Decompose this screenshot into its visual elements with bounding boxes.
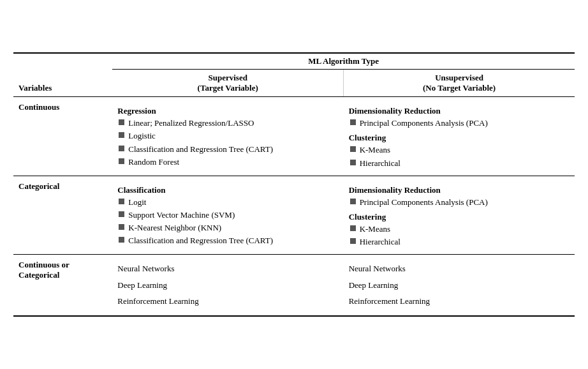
supervised-item-0-2: Classification and Regression Tree (CART… [117,144,338,155]
unsupervised-item-0-3: K-Means [349,144,570,156]
supervised-heading-1: Classification [117,185,338,195]
variables-header: Variables [13,70,112,97]
unsupervised-line2: (No Target Variable) [349,83,570,93]
bullet-icon [119,119,124,125]
bullet-icon [119,211,124,217]
main-table-container: ML Algorithm Type Variables Supervised (… [13,52,575,317]
unsupervised-plain-item-2-2: Reinforcement Learning [349,294,570,309]
unsupervised-heading-0-2: Clustering [349,133,570,143]
row-variable-1: Categorical [13,176,112,255]
unsupervised-header: Unsupervised (No Target Variable) [344,70,575,97]
supervised-heading-0: Regression [117,106,338,116]
unsupervised-item-1-4: Hierarchical [349,236,570,248]
supervised-item-0-3: Random Forest [117,156,338,168]
unsupervised-heading-0-0: Dimensionality Reduction [349,106,570,116]
unsupervised-cell-2: Neural NetworksDeep LearningReinforcemen… [344,255,575,315]
supervised-plain-item-2-2: Reinforcement Learning [117,294,338,309]
supervised-item-0-1: Logistic [117,130,338,142]
unsupervised-cell-1: Dimensionality ReductionPrincipal Compon… [344,176,575,255]
bullet-icon [350,225,356,231]
unsupervised-heading-1-2: Clustering [349,212,570,222]
unsupervised-item-0-4: Hierarchical [349,158,570,169]
unsupervised-plain-item-2-0: Neural Networks [349,261,570,276]
bullet-text: K-Means [360,144,390,156]
unsupervised-plain-item-2-1: Deep Learning [349,278,570,293]
bullet-icon [119,146,124,151]
bullet-icon [350,238,356,244]
supervised-plain-item-2-0: Neural Networks [117,261,338,276]
bullet-text: Principal Components Analysis (PCA) [360,117,488,129]
supervised-plain-item-2-1: Deep Learning [117,278,338,293]
ml-algorithm-type-header: ML Algorithm Type [112,54,575,70]
supervised-item-1-0: Logit [117,197,338,208]
supervised-header: Supervised (Target Variable) [112,70,343,97]
bullet-text: Logit [128,197,146,208]
supervised-item-1-3: Classification and Regression Tree (CART… [117,235,338,246]
bullet-text: Classification and Regression Tree (CART… [128,144,273,155]
supervised-line1: Supervised [117,73,338,83]
unsupervised-cell-0: Dimensionality ReductionPrincipal Compon… [344,97,575,176]
bullet-text: Linear; Penalized Regression/LASSO [128,117,254,129]
supervised-cell-1: ClassificationLogitSupport Vector Machin… [112,176,343,255]
bullet-text: Hierarchical [360,158,401,169]
bullet-icon [119,158,124,164]
bullet-text: K-Means [360,223,390,235]
bullet-icon [119,132,124,138]
unsupervised-heading-1-0: Dimensionality Reduction [349,185,570,195]
unsupervised-item-0-1: Principal Components Analysis (PCA) [349,117,570,129]
bullet-text: Principal Components Analysis (PCA) [360,197,488,208]
bullet-text: K-Nearest Neighbor (KNN) [128,222,221,234]
unsupervised-line1: Unsupervised [349,73,570,83]
bullet-icon [350,160,356,165]
bullet-icon [119,224,124,230]
bullet-icon [350,146,356,152]
bullet-icon [350,199,356,204]
unsupervised-item-1-3: K-Means [349,223,570,235]
row-variable-2: Continuous or Categorical [13,255,112,315]
supervised-item-0-0: Linear; Penalized Regression/LASSO [117,117,338,129]
bullet-text: Logistic [128,130,156,142]
supervised-cell-0: RegressionLinear; Penalized Regression/L… [112,97,343,176]
bullet-icon [350,119,356,125]
unsupervised-item-1-1: Principal Components Analysis (PCA) [349,197,570,208]
bullet-text: Support Vector Machine (SVM) [128,209,235,221]
bullet-icon [119,237,124,243]
row-variable-0: Continuous [13,97,112,176]
supervised-item-1-2: K-Nearest Neighbor (KNN) [117,222,338,234]
bullet-text: Classification and Regression Tree (CART… [128,235,273,246]
bullet-text: Hierarchical [360,236,401,248]
supervised-cell-2: Neural NetworksDeep LearningReinforcemen… [112,255,343,315]
bullet-icon [119,199,124,204]
supervised-line2: (Target Variable) [117,83,338,93]
empty-header-cell [13,54,112,70]
bullet-text: Random Forest [128,156,179,168]
supervised-item-1-1: Support Vector Machine (SVM) [117,209,338,221]
